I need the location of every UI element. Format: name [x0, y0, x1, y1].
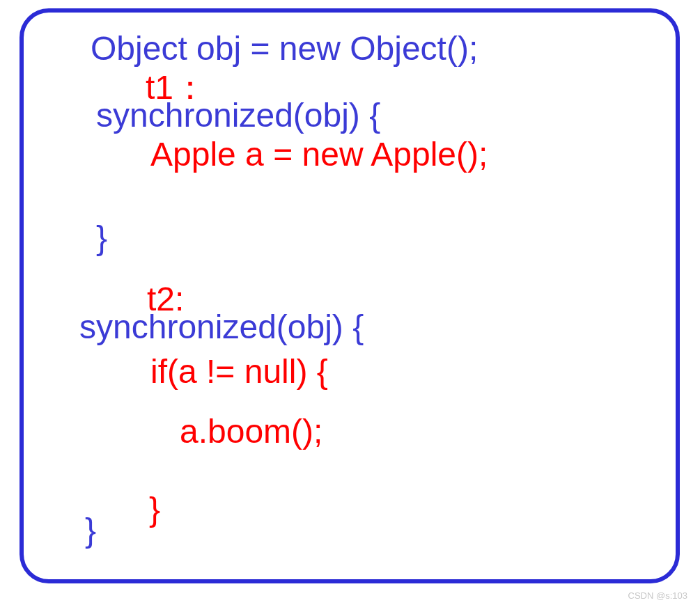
- code-line-4: Apple a = new Apple();: [150, 138, 488, 171]
- code-line-9: a.boom();: [180, 415, 322, 448]
- code-block: Object obj = new Object(); t1： synchroni…: [24, 13, 676, 579]
- code-line-5-brace: }: [96, 221, 107, 255]
- code-line-10-brace: }: [149, 493, 160, 526]
- code-line-11-brace: }: [85, 514, 96, 547]
- code-line-8: if(a != null) {: [150, 355, 328, 388]
- code-frame: Object obj = new Object(); t1： synchroni…: [20, 8, 680, 583]
- code-line-7: synchronized(obj) {: [79, 311, 364, 344]
- code-line-3: synchronized(obj) {: [96, 99, 380, 132]
- watermark-text: CSDN @s:103: [628, 590, 687, 601]
- code-line-1: Object obj = new Object();: [91, 32, 478, 65]
